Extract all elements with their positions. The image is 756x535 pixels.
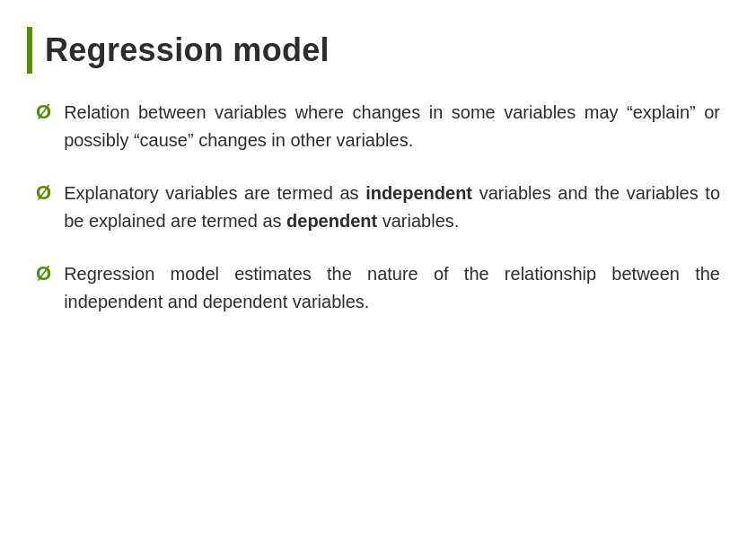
bullet-item-1: Ø Relation between variables where chang… bbox=[36, 99, 720, 154]
bullet-icon-1: Ø bbox=[36, 101, 51, 124]
bullet-text-1: Relation between variables where changes… bbox=[64, 99, 720, 154]
content-area: Ø Relation between variables where chang… bbox=[27, 99, 720, 316]
bullet-item-3: Ø Regression model estimates the nature … bbox=[36, 260, 720, 316]
title-area: Regression model bbox=[27, 27, 720, 74]
bold-independent: independent bbox=[365, 183, 472, 203]
bullet-text-2: Explanatory variables are termed as inde… bbox=[64, 180, 720, 235]
bullet-text-3: Regression model estimates the nature of… bbox=[64, 260, 720, 316]
slide-title: Regression model bbox=[45, 31, 330, 69]
bullet-item-2: Ø Explanatory variables are termed as in… bbox=[36, 180, 720, 235]
bold-dependent: dependent bbox=[286, 211, 377, 231]
bullet-icon-2: Ø bbox=[36, 181, 51, 205]
bullet-icon-3: Ø bbox=[36, 262, 51, 285]
title-bar bbox=[27, 27, 32, 74]
slide: Regression model Ø Relation between vari… bbox=[0, 0, 756, 535]
